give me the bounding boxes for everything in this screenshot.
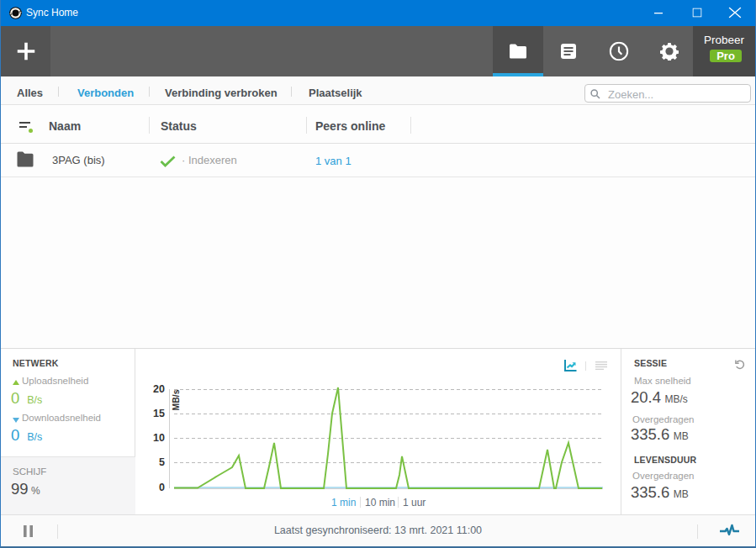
svg-text:5: 5 xyxy=(159,456,165,468)
svg-text:20: 20 xyxy=(153,383,165,395)
svg-text:0: 0 xyxy=(159,482,165,493)
svg-text:10: 10 xyxy=(153,432,165,444)
svg-text:MB/s: MB/s xyxy=(171,389,181,410)
svg-text:15: 15 xyxy=(153,408,165,419)
